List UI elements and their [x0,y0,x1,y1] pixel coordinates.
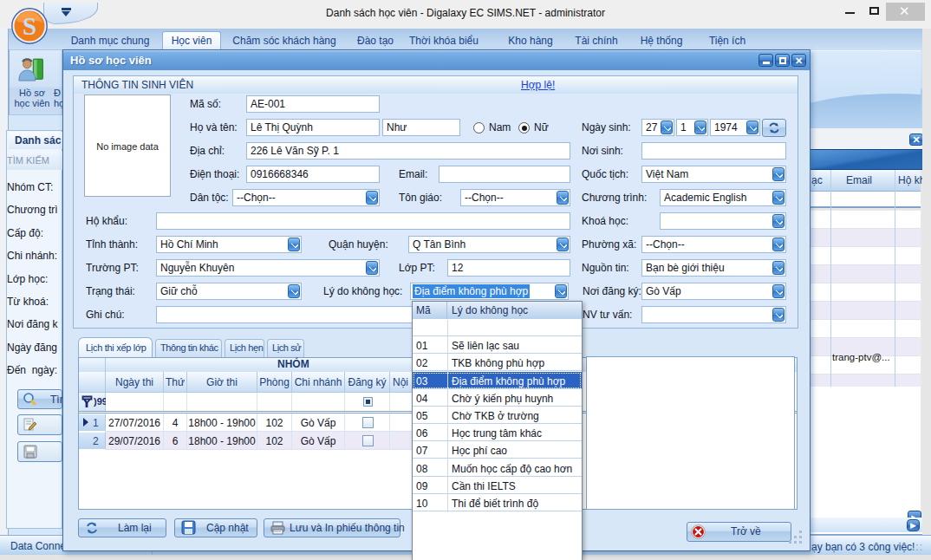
svg-text:S: S [23,12,36,40]
